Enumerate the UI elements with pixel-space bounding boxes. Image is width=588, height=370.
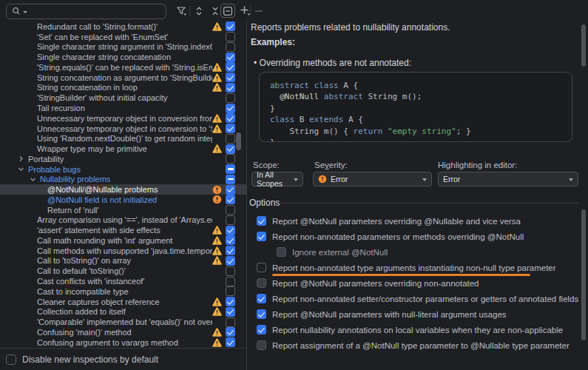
tree-item[interactable]: @NotNull field is not initialized <box>0 195 246 205</box>
tree-item[interactable]: Confusing 'main()' method <box>0 327 246 337</box>
option-row[interactable]: Report @NotNull parameters overriding @N… <box>247 213 581 229</box>
tree-item[interactable]: @NotNull/@Nullable problems <box>0 184 246 195</box>
option-row[interactable]: Report non-annotated type arguments inst… <box>247 260 581 275</box>
tree-item-checkbox[interactable] <box>226 175 235 184</box>
tree-item[interactable]: Unnecessary temporary object in conversi… <box>0 124 246 134</box>
option-checkbox[interactable] <box>257 325 266 334</box>
option-checkbox[interactable] <box>277 247 286 257</box>
tree-scrollbar-thumb[interactable] <box>236 132 241 150</box>
option-checkbox[interactable] <box>257 232 266 241</box>
tree-item[interactable]: Portability <box>0 154 246 164</box>
tree-item-checkbox[interactable] <box>226 113 235 123</box>
tree-item-checkbox[interactable] <box>226 215 235 225</box>
tree-item[interactable]: Cast conflicts with 'instanceof' <box>0 276 246 286</box>
option-checkbox[interactable] <box>257 263 266 272</box>
disable-inspection-icon[interactable] <box>220 4 235 18</box>
option-row[interactable]: Report @NotNull parameters overriding no… <box>247 275 581 291</box>
tree-item-checkbox[interactable] <box>226 185 235 195</box>
tree-item-label: 'String.equals()' can be replaced with '… <box>37 63 212 72</box>
option-checkbox[interactable] <box>257 278 266 288</box>
chevron-down-icon[interactable] <box>16 166 25 172</box>
tree-item[interactable]: String concatenation in loop <box>0 83 246 93</box>
option-checkbox[interactable] <box>257 309 266 319</box>
tree-item-checkbox[interactable] <box>226 104 235 113</box>
filter-icon[interactable] <box>175 4 188 17</box>
tree-item-checkbox[interactable] <box>226 62 235 72</box>
tree-item-checkbox[interactable] <box>226 124 235 133</box>
tree-item-checkbox[interactable] <box>226 277 235 286</box>
tree-item-checkbox[interactable] <box>226 226 235 235</box>
severity-dropdown[interactable]: Error <box>313 172 432 186</box>
tree-item-checkbox[interactable] <box>226 134 235 144</box>
tree-item[interactable]: Redundant call to 'String.format()' <box>0 21 246 32</box>
tree-item-checkbox[interactable] <box>226 246 235 255</box>
tree-item-checkbox[interactable] <box>226 205 235 215</box>
tree-item-checkbox[interactable] <box>226 297 235 306</box>
tree-item-checkbox[interactable] <box>226 256 235 266</box>
tree-item[interactable]: Return of 'null' <box>0 205 246 215</box>
tree-item[interactable]: Wrapper type may be primitive <box>0 144 246 154</box>
tree-item[interactable]: Call to default 'toString()' <box>0 266 246 276</box>
tree-item-checkbox[interactable] <box>226 144 235 154</box>
tree-item[interactable]: Single character string argument in 'Str… <box>0 42 246 53</box>
search-input[interactable] <box>6 4 166 19</box>
chevron-right-icon[interactable] <box>16 155 25 162</box>
disable-new-inspections-checkbox[interactable] <box>6 354 16 365</box>
tree-item[interactable]: Cleaner captures object reference <box>0 297 246 307</box>
chevron-down-icon[interactable] <box>28 176 37 183</box>
tree-item[interactable]: Single character string concatenation <box>0 52 246 62</box>
tree-item[interactable]: Using 'Random.nextDouble()' to get rando… <box>0 133 246 144</box>
tree-item-checkbox[interactable] <box>226 83 235 92</box>
tree-item[interactable]: Collection added to itself <box>0 306 246 317</box>
tree-item[interactable]: Probable bugs <box>0 164 246 175</box>
option-row[interactable]: Ignore external @NotNull <box>247 244 581 260</box>
tree-item[interactable]: 'Set' can be replaced with 'EnumSet' <box>0 32 246 42</box>
remove-icon[interactable] <box>252 4 266 17</box>
tree-item[interactable]: 'StringBuilder' without initial capacity <box>0 92 246 103</box>
tree-item-checkbox[interactable] <box>226 307 235 317</box>
tree-item-checkbox[interactable] <box>226 327 235 337</box>
tree-item[interactable]: Tail recursion <box>0 103 246 113</box>
tree-item-checkbox[interactable] <box>226 195 235 204</box>
tree-item[interactable]: 'String.equals()' can be replaced with '… <box>0 62 246 73</box>
option-checkbox[interactable] <box>257 294 266 303</box>
tree-item[interactable]: 'Comparable' implemented but 'equals()' … <box>0 317 246 327</box>
tree-item[interactable]: Unnecessary temporary object in conversi… <box>0 113 246 124</box>
option-row[interactable]: Report assignment of a @NotNull type par… <box>247 337 581 353</box>
tree-item-checkbox[interactable] <box>226 42 235 52</box>
tree-item[interactable]: Call math rounding with 'int' argument <box>0 235 246 246</box>
tree-item-checkbox[interactable] <box>226 235 235 245</box>
tree-item-checkbox[interactable] <box>226 266 235 276</box>
no-icon <box>212 164 222 174</box>
tree-item-checkbox[interactable] <box>226 73 235 82</box>
tree-item[interactable]: String concatenation as argument to 'Str… <box>0 73 246 83</box>
tree-item-checkbox[interactable] <box>226 21 235 31</box>
tree-item-checkbox[interactable] <box>226 53 235 62</box>
tree-item[interactable]: Call methods with unsupported 'java.time… <box>0 246 246 256</box>
highlighting-dropdown[interactable]: Error <box>438 172 578 186</box>
tree-item[interactable]: 'assert' statement with side effects <box>0 225 246 235</box>
options-scrollbar-thumb[interactable] <box>581 209 586 340</box>
tree-item[interactable]: Array comparison using '==', instead of … <box>0 215 246 226</box>
expand-all-icon[interactable] <box>192 4 206 17</box>
tree-item-checkbox[interactable] <box>226 286 235 296</box>
tree-item-checkbox[interactable] <box>226 164 235 174</box>
tree-item[interactable]: Nullability problems <box>0 174 246 184</box>
option-row[interactable]: Report non-annotated parameters or metho… <box>247 229 581 244</box>
description-scrollbar-thumb[interactable] <box>581 24 586 67</box>
tree-item-checkbox[interactable] <box>226 337 235 347</box>
tree-item[interactable]: Confusing argument to varargs method <box>0 337 246 348</box>
tree-item-checkbox[interactable] <box>226 154 235 164</box>
tree-item[interactable]: Cast to incompatible type <box>0 286 246 297</box>
option-checkbox[interactable] <box>257 340 266 350</box>
tree-item-checkbox[interactable] <box>226 32 235 41</box>
option-row[interactable]: Report nullability annotations on local … <box>247 322 581 337</box>
option-row[interactable]: Report non-annotated setter/constructor … <box>247 291 581 306</box>
scope-dropdown[interactable]: In All Scopes <box>251 172 303 186</box>
tree-item-checkbox[interactable] <box>226 317 235 327</box>
option-row[interactable]: Report @NotNull parameters with null-lit… <box>247 306 581 322</box>
tree-item[interactable]: Call to 'toString()' on array <box>0 256 246 266</box>
no-icon <box>212 215 222 225</box>
option-checkbox[interactable] <box>257 216 266 226</box>
tree-item-checkbox[interactable] <box>226 93 235 103</box>
